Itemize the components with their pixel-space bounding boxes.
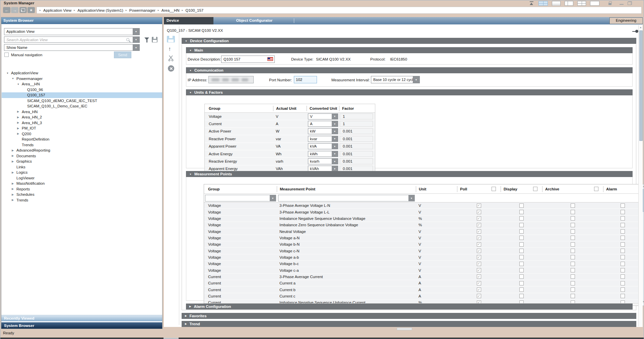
alarm-checkbox[interactable] (621, 274, 625, 279)
archive-checkbox[interactable] (571, 203, 575, 208)
chevron-down-icon[interactable]: ▼ (332, 114, 338, 119)
measurement-row[interactable]: CurrentImbalance Negative Sequence Unbal… (204, 300, 642, 303)
display-checkbox[interactable] (519, 216, 524, 221)
section-units-factors[interactable]: ▼ Units & Factors (186, 89, 633, 95)
search-options-icon[interactable]: ▼ (133, 37, 139, 43)
poll-checkbox[interactable]: ✓ (477, 268, 481, 272)
tree-collapsed-icon[interactable]: ▶ (12, 160, 16, 163)
poll-checkbox[interactable]: ✓ (477, 203, 481, 208)
chevron-down-icon[interactable]: ▼ (408, 195, 414, 201)
measurement-row[interactable]: CurrentCurrent aA✓ (204, 280, 642, 286)
port-number-field[interactable] (294, 76, 317, 83)
converted-unit-select[interactable]: kWh▼ (308, 151, 338, 157)
tree-collapsed-icon[interactable]: ▶ (12, 187, 16, 190)
chevron-down-icon[interactable]: ▼ (332, 151, 338, 157)
measurement-row[interactable]: VoltageVoltage a-bV✓ (204, 254, 642, 261)
alarm-checkbox[interactable] (621, 255, 625, 259)
measurement-row[interactable]: CurrentCurrent bA✓ (204, 286, 642, 293)
tree-expanded-icon[interactable]: ▼ (6, 72, 10, 74)
delete-icon[interactable] (168, 65, 174, 72)
tree-item-Powermanager[interactable]: ▼Powermanager (2, 76, 162, 82)
alarm-checkbox[interactable] (621, 294, 625, 298)
archive-checkbox[interactable] (571, 274, 575, 279)
measurement-row[interactable]: CurrentCurrent cA✓ (204, 293, 642, 300)
tree-item-Links[interactable]: Links (2, 164, 162, 170)
archive-checkbox[interactable] (571, 301, 575, 303)
lock-icon[interactable] (608, 3, 611, 5)
poll-checkbox[interactable]: ✓ (477, 255, 481, 259)
tree-collapsed-icon[interactable]: ▶ (12, 198, 16, 201)
alarm-checkbox[interactable] (621, 229, 625, 234)
display-checkbox[interactable] (519, 274, 524, 279)
poll-checkbox[interactable]: ✓ (477, 294, 481, 298)
section-device-configuration[interactable]: ▼ Device Configuration (182, 38, 636, 44)
display-checkbox[interactable] (519, 262, 524, 266)
collapse-panel-icon[interactable] (529, 1, 534, 6)
archive-checkbox[interactable] (571, 236, 575, 240)
tree-item-LogViewer[interactable]: LogViewer (2, 175, 162, 181)
back-button[interactable]: ← (3, 7, 10, 13)
measurement-row[interactable]: VoltageVoltage b-cV✓ (204, 261, 642, 267)
recently-viewed-bar[interactable]: Recently Viewed (1, 315, 162, 321)
section-trend[interactable]: ▶ Trend (182, 321, 636, 327)
ip-address-field[interactable] (208, 76, 254, 83)
alarm-checkbox[interactable] (621, 249, 625, 253)
archive-checkbox[interactable] (571, 249, 575, 253)
content-horizontal-scrollbar-thumb[interactable] (397, 328, 412, 330)
poll-checkbox[interactable]: ✓ (477, 249, 481, 253)
breadcrumb-item[interactable]: Application View (43, 8, 71, 12)
breadcrumb-item[interactable]: Q100_157 (186, 8, 204, 12)
tree-item-Area_HN[interactable]: ▶Area_HN (2, 109, 162, 115)
alarm-checkbox[interactable] (621, 236, 625, 240)
tree-item-Reports[interactable]: ▶Reports (2, 186, 162, 192)
filter-icon[interactable] (144, 37, 149, 43)
archive-checkbox[interactable] (571, 216, 575, 221)
layout-single-icon[interactable] (590, 1, 599, 6)
display-checkbox[interactable] (519, 268, 524, 272)
display-checkbox[interactable] (519, 223, 524, 227)
tree-item-Q100_96[interactable]: Q100_96 (2, 87, 162, 93)
tree-item-Q100_157[interactable]: Q100_157 (2, 92, 162, 98)
chevron-down-icon[interactable]: ▼ (413, 76, 420, 83)
move-up-icon[interactable]: ↑ (168, 46, 171, 53)
display-checkbox[interactable] (519, 301, 524, 303)
display-checkbox[interactable] (519, 294, 524, 298)
layout-quad-icon[interactable] (538, 1, 548, 6)
scrollbar-thumb[interactable] (639, 30, 643, 141)
restore-icon[interactable] (628, 1, 632, 5)
breadcrumb-item[interactable]: ApplicationView (System1) (77, 8, 123, 12)
chevron-down-icon[interactable]: ▼ (133, 28, 139, 35)
recent-locations-button[interactable] (19, 7, 27, 13)
chevron-down-icon[interactable]: ▼ (270, 195, 276, 201)
alarm-checkbox[interactable] (621, 301, 625, 303)
send-button[interactable]: Send (114, 52, 131, 58)
converted-unit-select[interactable]: kVA▼ (308, 143, 338, 149)
tree-collapsed-icon[interactable]: ▶ (17, 121, 21, 124)
tree-item-Logics[interactable]: ▶Logics (2, 170, 162, 175)
poll-checkbox[interactable]: ✓ (477, 223, 481, 227)
measurement-row[interactable]: VoltageImbalance Negative Sequence Unbal… (204, 216, 642, 222)
display-checkbox[interactable] (519, 203, 524, 208)
display-checkbox[interactable] (519, 281, 524, 285)
chevron-down-icon[interactable]: ▼ (133, 45, 139, 51)
archive-checkbox[interactable] (571, 255, 575, 259)
unit-factor-field[interactable]: 0.001 (340, 136, 373, 142)
device-description-field[interactable] (221, 56, 275, 63)
converted-unit-select[interactable]: V▼ (308, 113, 338, 119)
poll-checkbox[interactable]: ✓ (477, 274, 481, 279)
alarm-checkbox[interactable] (621, 268, 625, 272)
minimize-icon[interactable] (620, 4, 624, 5)
tree-item-Documents[interactable]: ▶Documents (2, 153, 162, 159)
archive-checkbox[interactable] (571, 223, 575, 227)
tree-item-ApplicationView[interactable]: ▼ApplicationView (2, 70, 162, 76)
archive-checkbox[interactable] (571, 281, 575, 285)
tree-collapsed-icon[interactable]: ▶ (12, 149, 16, 152)
alarm-checkbox[interactable] (621, 223, 625, 227)
section-main[interactable]: ▼ Main (186, 47, 633, 53)
tree-item-PM_IOT[interactable]: ▶PM_IOT (2, 125, 162, 131)
group-filter-select[interactable]: ▼ (205, 195, 276, 201)
layout-grid-icon[interactable] (577, 1, 586, 6)
tree-item-Area_HN_2[interactable]: ▶Area_HN_2 (2, 114, 162, 120)
engineering-button[interactable]: Engineering (609, 17, 643, 24)
tree-item-ReportDefinition[interactable]: ReportDefinition (2, 137, 162, 142)
